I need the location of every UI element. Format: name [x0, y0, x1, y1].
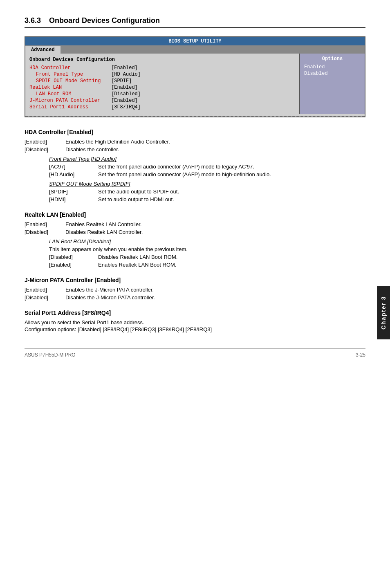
- bios-item-value: [HD Audio]: [111, 72, 141, 77]
- doc-subheading: LAN Boot ROM [Disabled]: [49, 238, 365, 245]
- bios-item-name: Realtek LAN: [29, 85, 111, 90]
- bios-item-value: [Enabled]: [111, 98, 138, 103]
- doc-subvalue: Set the audio output to SPDIF out.: [98, 189, 365, 195]
- bios-item-name: LAN Boot ROM: [29, 91, 111, 97]
- bios-item-name: Front Panel Type: [29, 72, 111, 77]
- doc-subkey: [Disabled]: [49, 254, 98, 260]
- bios-content-area: Onboard Devices Configuration HDA Contro…: [25, 54, 365, 114]
- doc-row: [Enabled]Enables Realtek LAN Controller.: [25, 221, 365, 227]
- doc-section: Serial Port1 Address [3F8/IRQ4]Allows yo…: [25, 310, 365, 332]
- doc-section-heading: HDA Controller [Enabled]: [25, 129, 365, 135]
- doc-section-heading: Serial Port1 Address [3F8/IRQ4]: [25, 310, 365, 316]
- doc-subvalue: Set to audio output to HDMI out.: [98, 196, 365, 202]
- doc-sub-note: This item appears only when you enable t…: [25, 246, 365, 252]
- bios-item-row: HDA Controller[Enabled]: [29, 65, 295, 71]
- doc-key: [Enabled]: [25, 287, 65, 293]
- doc-row: [Enabled]Enables the J-Micron PATA contr…: [25, 287, 365, 293]
- doc-subvalue: Disables Realtek LAN Boot ROM.: [98, 254, 365, 260]
- page-footer: ASUS P7H55D-M PRO 3-25: [25, 348, 365, 358]
- doc-key: [Enabled]: [25, 221, 65, 227]
- bios-option-item: Disabled: [304, 71, 361, 76]
- doc-subkey: [Enabled]: [49, 262, 98, 268]
- doc-value: Enables Realtek LAN Controller.: [65, 221, 365, 227]
- bios-left-panel: Onboard Devices Configuration HDA Contro…: [25, 54, 299, 114]
- doc-subkey: [AC97]: [49, 164, 98, 170]
- bios-dashed-border: [25, 116, 365, 117]
- chapter-label: Chapter 3: [380, 296, 387, 330]
- doc-subrow: [SPDIF]Set the audio output to SPDIF out…: [25, 189, 365, 195]
- doc-subheading: Front Panel Type [HD Audio]: [49, 156, 365, 162]
- doc-intro-text: Configuration options: [Disabled] [3F8/I…: [25, 326, 365, 332]
- doc-key: [Disabled]: [25, 229, 65, 235]
- bios-items-list: HDA Controller[Enabled] Front Panel Type…: [29, 65, 295, 110]
- bios-item-row: SPDIF OUT Mode Setting[SPDIF]: [29, 78, 295, 84]
- bios-item-name: HDA Controller: [29, 65, 111, 71]
- doc-key: [Disabled]: [25, 294, 65, 301]
- section-number: 3.6.3: [25, 16, 41, 25]
- doc-row: [Disabled]Disables the J-Micron PATA con…: [25, 294, 365, 301]
- bios-item-value: [3F8/IRQ4]: [111, 104, 141, 110]
- bios-item-row: Front Panel Type[HD Audio]: [29, 72, 295, 77]
- doc-intro-text: Allows you to select the Serial Port1 ba…: [25, 319, 365, 325]
- bios-item-name: J-Micron PATA Controller: [29, 98, 111, 103]
- doc-value: Enables the J-Micron PATA controller.: [65, 287, 365, 293]
- doc-subheading: SPDIF OUT Mode Setting [SPDIF]: [49, 181, 365, 187]
- doc-section-heading: J-Micron PATA Controller [Enabled]: [25, 277, 365, 283]
- bios-options-list: EnabledDisabled: [304, 64, 361, 76]
- footer-left: ASUS P7H55D-M PRO: [25, 352, 76, 358]
- footer-right: 3-25: [356, 352, 365, 358]
- doc-key: [Enabled]: [25, 139, 65, 145]
- doc-section-heading: Realtek LAN [Enabled]: [25, 211, 365, 218]
- doc-subrow: [AC97]Set the front panel audio connecto…: [25, 164, 365, 170]
- bios-item-name: Serial Port1 Address: [29, 104, 111, 110]
- doc-value: Enables the High Definition Audio Contro…: [65, 139, 365, 145]
- bios-item-value: [Enabled]: [111, 65, 138, 71]
- bios-tab-bar: Advanced: [25, 45, 365, 54]
- doc-subrow: [Enabled]Enables Realtek LAN Boot ROM.: [25, 262, 365, 268]
- doc-subvalue: Set the front panel audio connector (AAF…: [98, 164, 365, 170]
- bios-option-item: Enabled: [304, 64, 361, 70]
- doc-row: [Disabled]Disables Realtek LAN Controlle…: [25, 229, 365, 235]
- bios-right-panel: Options EnabledDisabled: [299, 54, 365, 114]
- bios-item-value: [SPDIF]: [111, 78, 132, 84]
- doc-subrow: [Disabled]Disables Realtek LAN Boot ROM.: [25, 254, 365, 260]
- documentation-sections: HDA Controller [Enabled][Enabled]Enables…: [25, 129, 365, 332]
- bios-item-value: [Disabled]: [111, 91, 141, 97]
- doc-row: [Disabled]Disables the controller.: [25, 146, 365, 153]
- doc-row: [Enabled]Enables the High Definition Aud…: [25, 139, 365, 145]
- bios-title: BIOS SETUP UTILITY: [168, 38, 222, 44]
- section-heading: 3.6.3 Onboard Devices Configuration: [25, 16, 365, 28]
- bios-item-row: Serial Port1 Address[3F8/IRQ4]: [29, 104, 295, 110]
- doc-subkey: [HDMI]: [49, 196, 98, 202]
- doc-section: Realtek LAN [Enabled][Enabled]Enables Re…: [25, 211, 365, 268]
- doc-value: Disables Realtek LAN Controller.: [65, 229, 365, 235]
- doc-subvalue: Set the front panel audio connector (AAF…: [98, 171, 365, 177]
- doc-subrow: [HD Audio]Set the front panel audio conn…: [25, 171, 365, 177]
- bios-section-title: Onboard Devices Configuration: [29, 57, 295, 63]
- bios-screenshot: BIOS SETUP UTILITY Advanced Onboard Devi…: [25, 36, 365, 117]
- bios-item-row: LAN Boot ROM[Disabled]: [29, 91, 295, 97]
- doc-section: J-Micron PATA Controller [Enabled][Enabl…: [25, 277, 365, 301]
- bios-options-title: Options: [304, 56, 361, 62]
- bios-item-row: J-Micron PATA Controller[Enabled]: [29, 98, 295, 103]
- doc-key: [Disabled]: [25, 146, 65, 153]
- doc-value: Disables the controller.: [65, 146, 365, 153]
- doc-value: Disables the J-Micron PATA controller.: [65, 294, 365, 301]
- section-title: Onboard Devices Configuration: [49, 16, 160, 25]
- bios-tab-advanced: Advanced: [25, 46, 61, 54]
- doc-subrow: [HDMI]Set to audio output to HDMI out.: [25, 196, 365, 202]
- bios-item-value: [Enabled]: [111, 85, 138, 90]
- bios-title-bar: BIOS SETUP UTILITY: [25, 37, 365, 45]
- doc-subkey: [SPDIF]: [49, 189, 98, 195]
- chapter-tab: Chapter 3: [377, 286, 390, 339]
- bios-item-name: SPDIF OUT Mode Setting: [29, 78, 111, 84]
- doc-section: HDA Controller [Enabled][Enabled]Enables…: [25, 129, 365, 202]
- bios-item-row: Realtek LAN[Enabled]: [29, 85, 295, 90]
- doc-subkey: [HD Audio]: [49, 171, 98, 177]
- doc-subvalue: Enables Realtek LAN Boot ROM.: [98, 262, 365, 268]
